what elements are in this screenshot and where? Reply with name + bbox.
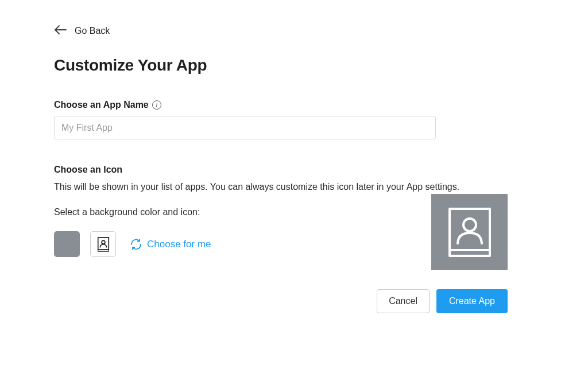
page-title: Customize Your App bbox=[54, 56, 534, 75]
cancel-button[interactable]: Cancel bbox=[377, 289, 430, 313]
svg-rect-3 bbox=[98, 250, 109, 251]
svg-point-4 bbox=[102, 240, 105, 244]
arrow-left-icon bbox=[54, 25, 67, 37]
svg-point-8 bbox=[463, 219, 476, 231]
icon-swatch-contact-book[interactable] bbox=[90, 231, 116, 257]
go-back-link[interactable]: Go Back bbox=[54, 25, 534, 37]
svg-rect-5 bbox=[450, 209, 490, 250]
app-name-label-row: Choose an App Name i bbox=[54, 100, 534, 110]
icon-section-title: Choose an Icon bbox=[54, 165, 534, 175]
contact-book-icon bbox=[96, 237, 111, 252]
color-swatch-gray[interactable] bbox=[54, 231, 80, 257]
choose-for-me-label: Choose for me bbox=[147, 239, 211, 250]
button-row: Cancel Create App bbox=[377, 289, 508, 313]
info-icon[interactable]: i bbox=[152, 100, 161, 110]
svg-rect-7 bbox=[450, 250, 490, 256]
choose-for-me-link[interactable]: Choose for me bbox=[130, 238, 211, 251]
contact-book-icon bbox=[447, 207, 492, 258]
icon-preview bbox=[431, 194, 508, 270]
create-app-button[interactable]: Create App bbox=[436, 289, 508, 313]
go-back-label: Go Back bbox=[75, 26, 110, 36]
app-name-input[interactable] bbox=[54, 116, 436, 139]
icon-section-description: This will be shown in your list of apps.… bbox=[54, 181, 534, 193]
refresh-icon bbox=[130, 238, 142, 251]
app-name-label: Choose an App Name bbox=[54, 100, 149, 110]
